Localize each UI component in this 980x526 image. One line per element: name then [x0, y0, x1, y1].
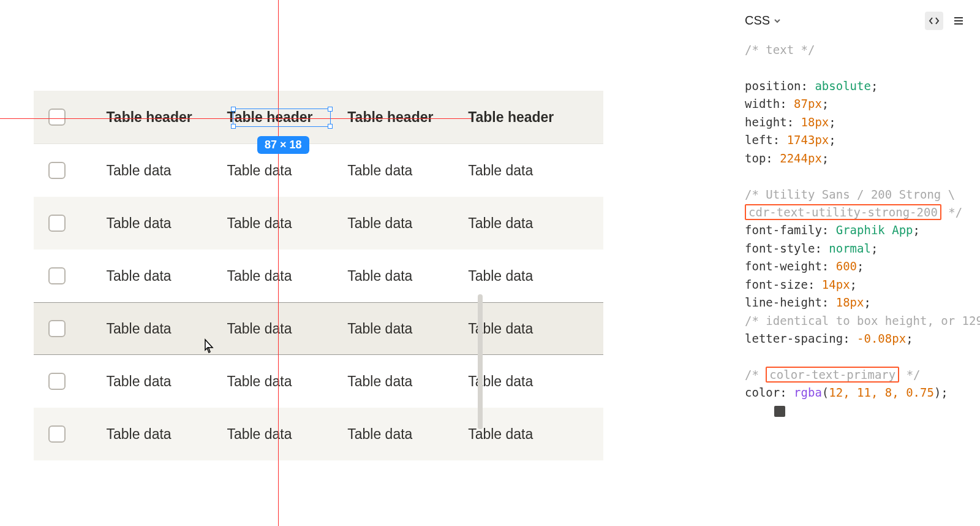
- table-row[interactable]: Table data Table data Table data Table d…: [34, 197, 603, 250]
- table-row[interactable]: Table data Table data Table data Table d…: [34, 408, 603, 460]
- code-icon: [929, 15, 940, 26]
- code-mode-label: CSS: [745, 11, 770, 30]
- table-cell: Table data: [107, 268, 227, 284]
- table-header-row: Table header Table header Table header T…: [34, 91, 603, 143]
- table-cell: Table data: [227, 268, 347, 284]
- table-cell: Table data: [347, 373, 468, 390]
- inspect-panel: CSS /* text */ position: absolute; width…: [733, 0, 980, 526]
- code-view-button[interactable]: [925, 12, 943, 30]
- table-cell: Table data: [107, 162, 227, 179]
- color-swatch[interactable]: [774, 406, 785, 417]
- table-cell: Table data: [347, 215, 468, 232]
- checkbox[interactable]: [48, 109, 66, 126]
- scrollbar[interactable]: [478, 294, 483, 429]
- checkbox[interactable]: [48, 425, 66, 443]
- checkbox[interactable]: [48, 162, 66, 179]
- table-cell: Table data: [227, 321, 347, 337]
- table-cell: Table data: [347, 162, 468, 179]
- table-cell: Table data: [468, 215, 589, 232]
- example-table: Table header Table header Table header T…: [34, 91, 603, 460]
- table-cell: Table data: [107, 321, 227, 337]
- table-cell: Table data: [107, 426, 227, 443]
- table-cell: Table data: [227, 373, 347, 390]
- code-comment: /* text */: [745, 43, 815, 56]
- table-header-cell[interactable]: Table header: [347, 109, 468, 126]
- chevron-down-icon: [774, 17, 781, 25]
- table-cell: Table data: [468, 268, 589, 284]
- css-code-block[interactable]: /* text */ position: absolute; width: 87…: [745, 41, 968, 420]
- table-cell: Table data: [347, 268, 468, 284]
- table-cell: Table data: [227, 426, 347, 443]
- checkbox[interactable]: [48, 320, 66, 337]
- table-row[interactable]: Table data Table data Table data Table d…: [34, 250, 603, 302]
- settings-button[interactable]: [949, 12, 968, 30]
- table-row[interactable]: Table data Table data Table data Table d…: [34, 144, 603, 197]
- table-row-hovered[interactable]: Table data Table data Table data Table d…: [34, 302, 603, 355]
- table-header-cell[interactable]: Table header: [107, 109, 227, 126]
- checkbox[interactable]: [48, 373, 66, 390]
- checkbox[interactable]: [48, 215, 66, 232]
- table-header-cell[interactable]: Table header: [468, 109, 589, 126]
- dimensions-badge: 87 × 18: [257, 136, 309, 154]
- table-cell: Table data: [347, 321, 468, 337]
- table-cell: Table data: [468, 162, 589, 179]
- design-token-highlight: color-text-primary: [766, 367, 899, 383]
- alignment-guide-horizontal: [0, 118, 472, 119]
- table-cell: Table data: [468, 426, 589, 443]
- table-cell: Table data: [468, 321, 589, 337]
- design-canvas[interactable]: Table header Table header Table header T…: [0, 0, 735, 526]
- table-cell: Table data: [347, 426, 468, 443]
- table-cell: Table data: [227, 215, 347, 232]
- table-cell: Table data: [107, 215, 227, 232]
- table-header-cell[interactable]: Table header: [227, 109, 347, 126]
- menu-icon: [953, 15, 964, 26]
- table-row[interactable]: Table data Table data Table data Table d…: [34, 355, 603, 408]
- table-cell: Table data: [227, 162, 347, 179]
- alignment-guide-vertical: [278, 0, 279, 526]
- table-cell: Table data: [107, 373, 227, 390]
- checkbox[interactable]: [48, 267, 66, 284]
- design-token-highlight: cdr-text-utility-strong-200: [745, 204, 941, 220]
- code-mode-dropdown[interactable]: CSS: [745, 11, 781, 30]
- table-cell: Table data: [468, 373, 589, 390]
